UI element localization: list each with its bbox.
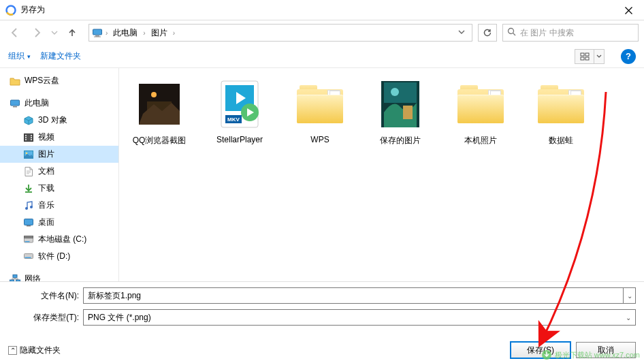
filename-dropdown[interactable]: ⌄ xyxy=(624,287,636,304)
chevron-right-icon: › xyxy=(172,29,176,37)
folder-item[interactable]: WPS xyxy=(283,75,357,149)
cancel-button[interactable]: 取消 xyxy=(576,342,636,358)
close-button[interactable] xyxy=(613,0,644,20)
item-label: 本机照片 xyxy=(464,135,497,146)
help-button[interactable]: ? xyxy=(621,49,636,64)
up-button[interactable] xyxy=(63,23,82,42)
film-icon xyxy=(23,132,34,143)
item-label: 数据蛙 xyxy=(549,135,573,146)
content-pane[interactable]: QQ浏览器截图 MKV StellarPlayer WPS xyxy=(119,68,644,281)
folder-item[interactable]: 本机照片 xyxy=(443,75,518,149)
sidebar-item-3d[interactable]: 3D 对象 xyxy=(0,112,118,129)
search-icon xyxy=(507,27,516,38)
organize-menu[interactable]: 组织 ▾ xyxy=(8,50,31,62)
svg-rect-44 xyxy=(403,106,413,119)
app-icon xyxy=(5,5,16,16)
folder-item[interactable]: QQ浏览器截图 xyxy=(122,75,197,149)
address-bar[interactable]: › 此电脑 › 图片 › xyxy=(88,24,472,42)
search-placeholder: 在 图片 中搜索 xyxy=(520,27,574,39)
svg-rect-2 xyxy=(93,29,102,35)
pc-icon xyxy=(10,98,20,109)
item-label: StellarPlayer xyxy=(216,135,263,144)
folder-item[interactable]: 保存的图片 xyxy=(363,75,438,149)
svg-rect-6 xyxy=(581,53,584,56)
titlebar: 另存为 xyxy=(0,0,644,20)
save-button[interactable]: 保存(S) xyxy=(511,342,570,358)
cube-icon xyxy=(23,115,34,126)
search-input[interactable]: 在 图片 中搜索 xyxy=(502,24,639,42)
item-label: QQ浏览器截图 xyxy=(133,135,187,146)
filename-label: 文件名(N): xyxy=(8,290,83,302)
desktop-icon xyxy=(23,217,34,228)
refresh-button[interactable] xyxy=(478,24,497,42)
folder-item[interactable]: MKV StellarPlayer xyxy=(202,75,277,149)
breadcrumb-folder[interactable]: 图片 xyxy=(148,25,170,40)
svg-rect-42 xyxy=(384,82,417,103)
svg-rect-15 xyxy=(25,139,27,140)
svg-text:MKV: MKV xyxy=(227,116,240,123)
hide-folders-toggle[interactable]: ⌃ 隐藏文件夹 xyxy=(8,345,61,356)
svg-rect-30 xyxy=(13,274,17,277)
sidebar-item-wps[interactable]: WPS云盘 xyxy=(0,72,118,89)
sidebar-item-pictures[interactable]: 图片 xyxy=(0,146,118,163)
nav-row: › 此电脑 › 图片 › 在 图片 中搜索 xyxy=(0,20,644,45)
svg-rect-24 xyxy=(27,225,31,227)
filename-input[interactable] xyxy=(83,287,624,304)
svg-rect-7 xyxy=(585,53,589,56)
back-button[interactable] xyxy=(5,23,25,42)
thumbnail-icon xyxy=(133,78,186,131)
svg-rect-18 xyxy=(31,139,32,140)
folder-icon xyxy=(10,76,20,86)
svg-rect-14 xyxy=(25,137,27,138)
svg-rect-29 xyxy=(25,257,31,258)
forward-button[interactable] xyxy=(27,23,46,42)
bottom-form: 文件名(N): ⌄ 保存类型(T): PNG 文件 (*.png) ⌄ xyxy=(0,281,644,334)
picture-icon xyxy=(23,149,34,160)
sidebar-item-documents[interactable]: 文档 xyxy=(0,163,118,180)
filetype-select[interactable]: PNG 文件 (*.png) ⌄ xyxy=(83,309,636,326)
svg-point-5 xyxy=(509,29,514,34)
item-label: 保存的图片 xyxy=(380,135,421,146)
svg-rect-16 xyxy=(31,135,32,136)
svg-rect-3 xyxy=(95,35,99,37)
chevron-right-icon: › xyxy=(104,29,109,37)
svg-point-43 xyxy=(391,88,399,96)
address-dropdown[interactable] xyxy=(454,28,469,37)
item-label: WPS xyxy=(310,135,329,144)
sidebar-item-network[interactable]: 网络 xyxy=(0,270,118,281)
sidebar-item-videos[interactable]: 视频 xyxy=(0,129,118,146)
sidebar-item-pc[interactable]: 此电脑 xyxy=(0,95,118,112)
chevron-down-icon: ▾ xyxy=(27,53,31,60)
footer: ⌃ 隐藏文件夹 保存(S) 取消 xyxy=(0,334,644,363)
download-icon xyxy=(23,183,34,194)
sidebar-item-desktop[interactable]: 桌面 xyxy=(0,214,118,231)
svg-rect-13 xyxy=(25,135,27,136)
sidebar-item-music[interactable]: 音乐 xyxy=(0,197,118,214)
sidebar-item-disk-d[interactable]: 软件 (D:) xyxy=(0,248,118,265)
folder-item[interactable]: 数据蛙 xyxy=(524,75,598,149)
svg-rect-23 xyxy=(25,219,33,225)
svg-rect-9 xyxy=(585,57,589,60)
svg-point-21 xyxy=(25,207,28,210)
folder-icon xyxy=(454,78,507,131)
view-mode-button[interactable] xyxy=(575,49,594,64)
caret-icon: ⌃ xyxy=(8,346,17,355)
thumbnail-icon xyxy=(374,78,427,131)
sidebar-item-disk-c[interactable]: 本地磁盘 (C:) xyxy=(0,231,118,248)
chevron-down-icon: ⌄ xyxy=(626,314,634,321)
disk-icon xyxy=(23,251,34,262)
sidebar-item-downloads[interactable]: 下载 xyxy=(0,180,118,197)
document-icon xyxy=(23,166,34,177)
toolbar: 组织 ▾ 新建文件夹 ? xyxy=(0,45,644,68)
history-dropdown[interactable] xyxy=(49,23,60,42)
view-mode-dropdown[interactable] xyxy=(594,49,605,64)
svg-rect-10 xyxy=(11,100,20,106)
new-folder-button[interactable]: 新建文件夹 xyxy=(40,50,81,62)
network-icon xyxy=(10,274,20,282)
svg-rect-32 xyxy=(16,280,20,282)
svg-rect-8 xyxy=(581,57,584,60)
pc-icon xyxy=(92,27,103,38)
svg-rect-17 xyxy=(31,137,32,138)
folder-icon xyxy=(293,78,347,131)
breadcrumb-root[interactable]: 此电脑 xyxy=(110,25,140,40)
